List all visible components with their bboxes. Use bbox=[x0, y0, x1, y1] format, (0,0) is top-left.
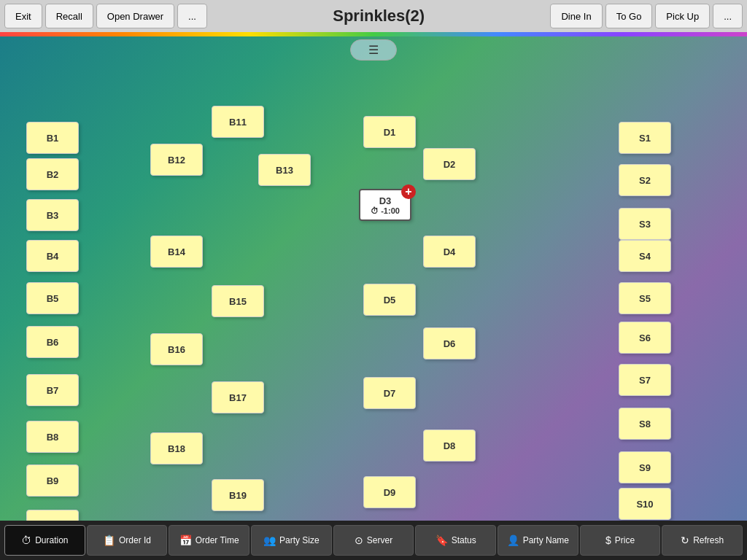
table-b1[interactable]: B1 bbox=[26, 122, 79, 154]
party_size-label: Party Size bbox=[279, 535, 320, 545]
table-d2[interactable]: D2 bbox=[423, 148, 476, 180]
order_time-icon: 📅 bbox=[179, 534, 192, 546]
dine-in-button[interactable]: Dine In bbox=[550, 4, 602, 28]
table-s3[interactable]: S3 bbox=[619, 208, 671, 240]
open-drawer-button[interactable]: Open Drawer bbox=[96, 4, 174, 28]
party_name-icon: 👤 bbox=[507, 534, 519, 546]
order_id-label: Order Id bbox=[119, 535, 151, 545]
table-b8[interactable]: B8 bbox=[26, 421, 79, 453]
party_name-label: Party Name bbox=[523, 535, 569, 545]
table-b16[interactable]: B16 bbox=[150, 333, 203, 365]
table-b5[interactable]: B5 bbox=[26, 282, 79, 314]
table-d9[interactable]: D9 bbox=[363, 476, 416, 508]
table-s6[interactable]: S6 bbox=[619, 322, 671, 354]
table-s2[interactable]: S2 bbox=[619, 164, 671, 196]
table-s7[interactable]: S7 bbox=[619, 364, 671, 396]
table-timer: ⏱ -1:00 bbox=[371, 206, 400, 215]
table-b12[interactable]: B12 bbox=[150, 144, 203, 176]
table-b11[interactable]: B11 bbox=[212, 106, 264, 138]
server-label: Server bbox=[367, 535, 392, 545]
server-icon: ⊙ bbox=[355, 534, 363, 546]
right-buttons: Dine In To Go Pick Up ... bbox=[550, 4, 743, 28]
table-b4[interactable]: B4 bbox=[26, 240, 79, 272]
duration-label: Duration bbox=[35, 535, 68, 545]
bottom-btn-refresh[interactable]: ↻Refresh bbox=[662, 525, 743, 556]
table-b13[interactable]: B13 bbox=[258, 154, 311, 186]
table-label: D3 bbox=[379, 195, 392, 206]
table-s9[interactable]: S9 bbox=[619, 451, 671, 483]
order_id-icon: 📋 bbox=[103, 534, 115, 546]
bottom-btn-server[interactable]: ⊙Server bbox=[333, 525, 414, 556]
party_size-icon: 👥 bbox=[263, 534, 276, 546]
table-b17[interactable]: B17 bbox=[212, 381, 264, 413]
table-d8[interactable]: D8 bbox=[423, 429, 476, 462]
bottom-btn-party_size[interactable]: 👥Party Size bbox=[251, 525, 332, 556]
table-b2[interactable]: B2 bbox=[26, 158, 79, 190]
bottom-btn-order_time[interactable]: 📅Order Time bbox=[169, 525, 249, 556]
bottom-btn-price[interactable]: $Price bbox=[580, 525, 661, 556]
exit-button[interactable]: Exit bbox=[4, 4, 42, 28]
table-d3[interactable]: +D3⏱ -1:00 bbox=[359, 189, 411, 221]
table-b14[interactable]: B14 bbox=[150, 236, 203, 268]
bottom-btn-duration[interactable]: ⏱Duration bbox=[4, 525, 85, 556]
table-plus-badge: + bbox=[401, 184, 416, 199]
main-area: B1B2B3B4B5B6B7B8B9B10B11B12B13B14B15B16B… bbox=[0, 62, 747, 514]
table-b19[interactable]: B19 bbox=[212, 479, 264, 511]
bottom-bar: ⏱Duration📋Order Id📅Order Time👥Party Size… bbox=[0, 521, 747, 560]
bottom-btn-status[interactable]: 🔖Status bbox=[415, 525, 496, 556]
table-b3[interactable]: B3 bbox=[26, 199, 79, 231]
table-d5[interactable]: D5 bbox=[363, 284, 416, 316]
status-label: Status bbox=[452, 535, 476, 545]
table-s10[interactable]: S10 bbox=[619, 488, 671, 520]
refresh-icon: ↻ bbox=[681, 534, 689, 546]
status-icon: 🔖 bbox=[436, 534, 448, 546]
duration-icon: ⏱ bbox=[21, 534, 31, 546]
more2-button[interactable]: ... bbox=[713, 4, 743, 28]
pick-up-button[interactable]: Pick Up bbox=[655, 4, 710, 28]
menu-icon-button[interactable]: ☰ bbox=[350, 39, 397, 61]
table-b6[interactable]: B6 bbox=[26, 326, 79, 358]
table-s4[interactable]: S4 bbox=[619, 240, 671, 272]
top-bar: Exit Recall Open Drawer ... Sprinkles(2)… bbox=[0, 0, 747, 32]
table-d4[interactable]: D4 bbox=[423, 236, 476, 268]
to-go-button[interactable]: To Go bbox=[605, 4, 653, 28]
app-title: Sprinkles(2) bbox=[210, 7, 548, 26]
table-s8[interactable]: S8 bbox=[619, 408, 671, 440]
table-d7[interactable]: D7 bbox=[363, 377, 416, 409]
table-d6[interactable]: D6 bbox=[423, 327, 476, 359]
bottom-btn-party_name[interactable]: 👤Party Name bbox=[498, 525, 578, 556]
table-b9[interactable]: B9 bbox=[26, 464, 79, 497]
recall-button[interactable]: Recall bbox=[45, 4, 93, 28]
table-d1[interactable]: D1 bbox=[363, 116, 416, 148]
table-b7[interactable]: B7 bbox=[26, 374, 79, 406]
table-b15[interactable]: B15 bbox=[212, 285, 264, 317]
refresh-label: Refresh bbox=[693, 535, 724, 545]
table-s5[interactable]: S5 bbox=[619, 282, 671, 314]
menu-row: ☰ bbox=[0, 36, 747, 62]
table-s1[interactable]: S1 bbox=[619, 122, 671, 154]
bottom-btn-order_id[interactable]: 📋Order Id bbox=[87, 525, 168, 556]
more1-button[interactable]: ... bbox=[177, 4, 207, 28]
table-b18[interactable]: B18 bbox=[150, 432, 203, 464]
price-label: Price bbox=[615, 535, 635, 545]
order_time-label: Order Time bbox=[196, 535, 239, 545]
price-icon: $ bbox=[605, 534, 611, 546]
